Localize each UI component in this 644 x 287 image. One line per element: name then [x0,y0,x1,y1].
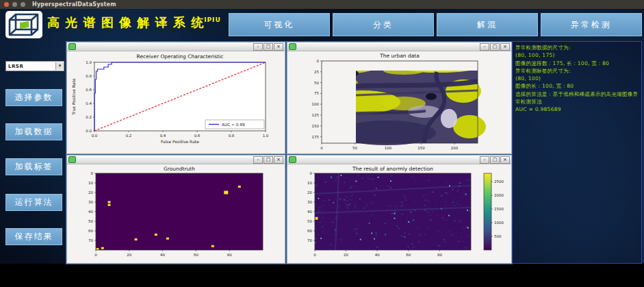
svg-text:40: 40 [307,210,312,214]
app-title-sup: IPIU [204,16,221,23]
nav-button-4[interactable]: 异常检测 [541,13,642,36]
log-line: 选择的算法是：基于低秩和稀疏表示的高光谱图像异常检测算法 [515,90,639,106]
log-line: (80, 100) [515,75,639,82]
svg-text:False Positive Rate: False Positive Rate [161,139,199,144]
cube-logo-icon [5,11,42,38]
close-button[interactable]: × [274,43,283,51]
app-title-text: 高 光 谱 图 像 解 译 系 统 [47,15,204,29]
svg-text:0.6: 0.6 [86,88,92,92]
window-app-icon [289,156,296,163]
os-close-button[interactable] [4,2,9,7]
window-anomaly: – □ × The result of anormly detection020… [287,155,512,264]
minimize-button[interactable]: – [480,43,489,51]
svg-text:40: 40 [88,210,93,214]
svg-text:Groundtruth: Groundtruth [164,166,195,172]
svg-text:0: 0 [94,253,97,257]
window-roc-titlebar[interactable]: – □ × [67,42,285,51]
svg-text:20: 20 [344,253,348,257]
svg-text:0.2: 0.2 [126,134,132,138]
minimize-button[interactable]: – [253,43,263,51]
sidebar-button-5[interactable]: 保存结果 [5,228,62,245]
svg-text:30: 30 [307,200,312,204]
minimize-button[interactable]: – [253,156,263,164]
os-minimize-button[interactable] [12,2,17,7]
log-line: AUC = 0.985689 [515,105,639,113]
legend: AUC = 0.99 [205,120,264,129]
window-urban-titlebar[interactable]: – □ × [287,42,511,51]
minimize-button[interactable]: – [480,156,489,164]
svg-text:20: 20 [88,190,93,195]
svg-text:10: 10 [307,181,312,185]
svg-text:50: 50 [314,81,319,85]
svg-text:1500: 1500 [494,207,504,211]
svg-text:150: 150 [312,124,320,128]
svg-text:70: 70 [88,238,93,242]
svg-text:125: 125 [312,113,320,117]
svg-text:80: 80 [437,253,442,257]
window-app-icon [289,43,296,50]
svg-text:1.0: 1.0 [86,60,92,64]
sidebar-button-4[interactable]: 运行算法 [5,194,62,211]
colorbar: 5001000150020002500 [484,173,504,250]
svg-text:70: 70 [307,238,312,242]
nav-button-2[interactable]: 分类 [333,13,434,36]
close-button[interactable]: × [500,43,510,51]
sidebar-button-2[interactable]: 加载数据 [5,123,62,140]
groundtruth-plot-area: Groundtruth020406080010203040506070 [67,164,285,263]
os-window-title: HyperspectralDataSystem [32,1,116,8]
log-line: 图像的波段数：175, 长：100, 宽：80 [515,60,639,67]
svg-text:175: 175 [312,135,320,139]
anomaly-hotspot [315,217,318,220]
svg-text:500: 500 [494,234,502,238]
window-app-icon [68,43,76,50]
os-titlebar: HyperspectralDataSystem [0,0,644,9]
window-roc: – □ × Receiver Operating Characteristic0… [66,42,285,154]
svg-text:150: 150 [417,146,425,150]
svg-text:0: 0 [313,253,316,257]
log-line: (80, 100, 175) [515,51,639,59]
window-groundtruth-titlebar[interactable]: – □ × [67,155,285,164]
nav-buttons: 可视化分类解混异常检测 [229,13,642,36]
algorithm-select-value: LRSR [6,64,55,69]
nav-button-1[interactable]: 可视化 [229,13,330,36]
svg-text:1000: 1000 [494,221,504,225]
svg-text:75: 75 [314,91,319,95]
nav-button-3[interactable]: 解混 [437,13,538,36]
sidebar-button-1[interactable]: 选择参数 [5,89,62,106]
svg-text:10: 10 [88,181,93,185]
window-app-icon [68,156,76,163]
svg-text:0: 0 [320,146,323,150]
window-groundtruth: – □ × Groundtruth02040608001020304050607… [66,155,285,264]
maximize-button[interactable]: □ [490,156,500,164]
close-button[interactable]: × [274,156,283,164]
window-anomaly-titlebar[interactable]: – □ × [287,155,511,164]
window-urban: – □ × The urban data05010015020002550751… [287,42,512,154]
svg-text:30: 30 [88,200,93,204]
maximize-button[interactable]: □ [263,43,273,51]
anomaly-chart: The result of anormly detection020406080… [287,164,510,262]
svg-text:0.0: 0.0 [86,129,92,133]
svg-text:0.8: 0.8 [86,74,92,78]
svg-text:2500: 2500 [494,179,504,184]
svg-text:The result of anormly detectio: The result of anormly detection [352,166,433,172]
sidebar-button-3[interactable]: 加载标签 [5,158,62,175]
svg-text:Receiver Operating Characteris: Receiver Operating Characteristic [137,53,224,60]
maximize-button[interactable]: □ [263,156,273,164]
os-maximize-button[interactable] [21,2,25,7]
groundtruth-chart: Groundtruth020406080010203040506070 [67,164,283,262]
urban-plot-area: The urban data05010015020002550751001251… [287,51,511,153]
svg-text:0.2: 0.2 [86,115,92,119]
svg-text:AUC = 0.99: AUC = 0.99 [222,123,245,127]
svg-text:80: 80 [227,253,232,257]
svg-text:0.4: 0.4 [160,134,166,138]
svg-text:The urban data: The urban data [379,53,420,59]
svg-text:0: 0 [317,59,320,63]
algorithm-select[interactable]: LRSR ▾ [5,61,64,71]
dropdown-arrow-icon[interactable]: ▾ [55,62,64,70]
svg-text:60: 60 [307,229,312,233]
svg-text:40: 40 [375,253,380,257]
maximize-button[interactable]: □ [490,43,500,51]
svg-text:50: 50 [307,219,312,223]
close-button[interactable]: × [500,156,510,164]
svg-text:40: 40 [160,253,165,257]
